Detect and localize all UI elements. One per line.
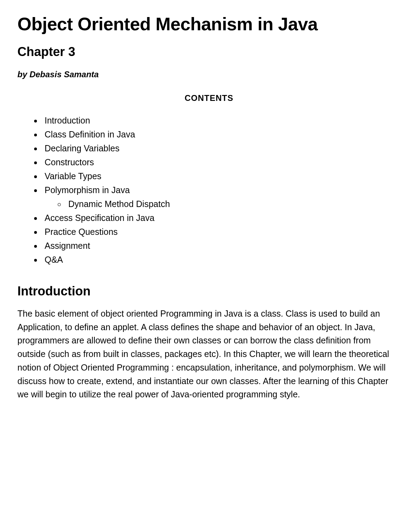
toc-item[interactable]: Constructors [42,155,401,169]
toc-item[interactable]: Declaring Variables [42,141,401,155]
section-body: The basic element of object oriented Pro… [17,307,401,401]
toc-item[interactable]: Practice Questions [42,225,401,239]
table-of-contents: Introduction Class Definition in Java De… [17,113,401,267]
toc-subitem[interactable]: Dynamic Method Dispatch [65,197,401,211]
toc-item[interactable]: Introduction [42,113,401,127]
toc-item[interactable]: Polymorphism in Java Dynamic Method Disp… [42,183,401,211]
toc-item[interactable]: Assignment [42,239,401,253]
toc-item[interactable]: Q&A [42,253,401,267]
contents-header: CONTENTS [17,93,401,103]
chapter-heading: Chapter 3 [17,45,401,59]
toc-item[interactable]: Access Specification in Java [42,211,401,225]
page-title: Object Oriented Mechanism in Java [17,14,401,35]
toc-item[interactable]: Class Definition in Java [42,127,401,141]
section-heading: Introduction [17,284,401,299]
toc-item-label: Polymorphism in Java [45,185,130,195]
toc-item[interactable]: Variable Types [42,169,401,183]
author-byline: by Debasis Samanta [17,70,401,79]
